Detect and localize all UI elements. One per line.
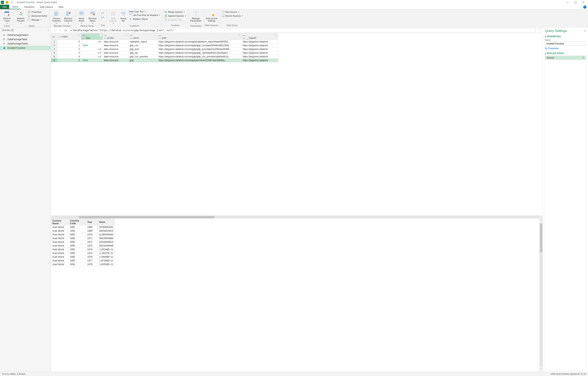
- row-number-cell[interactable]: 4: [51, 51, 57, 55]
- preview-column-header[interactable]: Country Name: [51, 219, 69, 225]
- vscroll-track[interactable]: [540, 223, 542, 367]
- preview-column-header[interactable]: Country Code: [69, 219, 86, 225]
- column-header-path[interactable]: ABC123path▾: [157, 33, 241, 40]
- query-name-input[interactable]: [545, 42, 586, 46]
- table-row[interactable]: 54nulldata-resourcegdp_csv_previewhttps:…: [51, 55, 278, 59]
- cell[interactable]: 2: [57, 47, 81, 51]
- row-number-cell[interactable]: 5: [51, 55, 57, 59]
- smiley-icon[interactable]: [5, 1, 9, 4]
- cell[interactable]: data-resource: [103, 55, 128, 59]
- vscroll-thumb[interactable]: [540, 223, 542, 252]
- cell[interactable]: gdp_csv_preview: [128, 55, 157, 59]
- preview-row[interactable]: Arab WorldARB197355018394946: [51, 244, 115, 248]
- query-item[interactable]: fxDataPackageHelper: [0, 33, 51, 37]
- row-number-cell[interactable]: 6: [51, 59, 57, 62]
- cell[interactable]: https://pkgstore.datahub.io/core/gdp/arc…: [157, 59, 241, 62]
- all-properties-link[interactable]: All Properties: [545, 47, 586, 50]
- preview-column-header[interactable]: Year: [86, 219, 98, 225]
- row-number-cell[interactable]: 2: [51, 44, 57, 47]
- preview-column-header[interactable]: Value: [98, 219, 115, 225]
- table-row[interactable]: 65Tabledata-resourcegdphttps://pkgstore.…: [51, 59, 278, 62]
- minimize-button[interactable]: [564, 0, 572, 5]
- cell[interactable]: https://pkgstore.datahub.io/core/gdp/gdp…: [157, 51, 241, 55]
- preview-row[interactable]: Arab WorldARB19751.16337E+11: [51, 251, 115, 255]
- cell[interactable]: https://pkgstore.datahub: [241, 51, 278, 55]
- cell[interactable]: null: [81, 51, 103, 55]
- cell[interactable]: https://pkgstore.datahub: [241, 44, 278, 47]
- append-queries-button[interactable]: Append Queries▾: [164, 14, 186, 18]
- recent-sources-button[interactable]: Recent Sources▾: [221, 14, 243, 18]
- preview-row[interactable]: Arab WorldARB196928434203615: [51, 229, 115, 233]
- row-number-cell[interactable]: 3: [51, 47, 57, 51]
- data-source-settings-button[interactable]: Data source settings: [206, 10, 218, 22]
- first-row-headers-button[interactable]: Use First Row as Headers▾: [128, 13, 160, 17]
- preview-row[interactable]: Arab WorldARB197136426909888: [51, 237, 115, 240]
- scroll-right-icon[interactable]: ›: [541, 216, 542, 219]
- new-source-button[interactable]: New Source▾: [221, 10, 243, 14]
- formula-expand-button[interactable]: ˅: [537, 28, 541, 32]
- cell[interactable]: https://pkgstore.datahub.io/core/gdp/val…: [157, 40, 241, 44]
- manage-button[interactable]: Manage▾: [27, 18, 48, 21]
- fx-icon[interactable]: ƒx: [64, 28, 68, 32]
- tab-file[interactable]: File: [0, 5, 9, 9]
- refresh-preview-button[interactable]: Refresh Preview▾: [15, 10, 26, 24]
- scroll-track[interactable]: [54, 216, 539, 218]
- preview-row[interactable]: Arab WorldARB197243316056615: [51, 240, 115, 244]
- cell[interactable]: https://pkgstore.datahub: [241, 55, 278, 59]
- column-header-index[interactable]: 1.2index▾: [57, 33, 81, 40]
- table-row[interactable]: 10nulldata-resourcevalidation_reporthttp…: [51, 40, 278, 44]
- query-item[interactable]: fxDataPackageTable: [0, 37, 51, 42]
- cell[interactable]: https://pkgstore.datahub.io/core/gdp/gdp…: [157, 55, 241, 59]
- cell[interactable]: data-resource: [103, 51, 128, 55]
- tab-home[interactable]: Home: [9, 5, 21, 9]
- preview-vscrollbar[interactable]: ˄ ˅: [539, 219, 543, 372]
- group-by-button[interactable]: Group By: [119, 10, 128, 22]
- cell[interactable]: data-resource: [103, 44, 128, 47]
- cell[interactable]: gdp: [128, 59, 157, 62]
- properties-button[interactable]: Properties: [27, 10, 48, 14]
- preview-row[interactable]: Arab WorldARB197031385499664: [51, 233, 115, 237]
- grid-hscrollbar[interactable]: ‹ ›: [51, 215, 543, 219]
- filter-dropdown-icon[interactable]: ▾: [154, 34, 157, 37]
- scroll-left-icon[interactable]: ‹: [52, 216, 53, 219]
- remove-columns-button[interactable]: Remove Columns▾: [63, 10, 74, 24]
- cell[interactable]: 0: [57, 40, 81, 44]
- cell[interactable]: https://pkgstore.datahub.io/core/gdp/gdp…: [157, 44, 241, 47]
- filter-dropdown-icon[interactable]: ▾: [78, 34, 81, 37]
- formula-input[interactable]: [69, 28, 536, 32]
- split-column-button[interactable]: Split Column▾: [108, 10, 118, 24]
- scroll-up-icon[interactable]: ˄: [541, 219, 542, 222]
- cell[interactable]: gdp_json: [128, 47, 157, 51]
- data-type-button[interactable]: Data Type: Any▾: [128, 10, 160, 13]
- cell[interactable]: validation_report: [128, 40, 157, 44]
- expand-column-icon[interactable]: ↔: [99, 34, 102, 37]
- cell[interactable]: gdp_csv: [128, 44, 157, 47]
- cell[interactable]: null: [81, 47, 103, 51]
- sort-desc-button[interactable]: ZA: [101, 15, 105, 19]
- preview-row[interactable]: Arab WorldARB19741.05146E+11: [51, 248, 115, 251]
- table-row[interactable]: 21Tabledata-resourcegdp_csvhttps://pkgst…: [51, 44, 278, 47]
- cell[interactable]: gdp_zip: [128, 51, 157, 55]
- close-window-button[interactable]: [579, 0, 587, 5]
- preview-row[interactable]: Arab WorldARB19771.67308E+11: [51, 259, 115, 263]
- tab-view[interactable]: View: [56, 5, 66, 9]
- collapse-ribbon-icon[interactable]: ˄: [580, 6, 581, 8]
- preview-row[interactable]: Arab WorldARB19761.44846E+11: [51, 255, 115, 259]
- preview-row[interactable]: Arab WorldARB196825760683041: [51, 225, 115, 229]
- choose-columns-button[interactable]: Choose Columns▾: [51, 10, 62, 24]
- cell[interactable]: data-resource: [103, 40, 128, 44]
- cell[interactable]: https://pkgstore.datahub: [241, 59, 278, 62]
- tab-add-column[interactable]: Add Column: [37, 5, 56, 9]
- remove-rows-button[interactable]: Remove Rows▾: [87, 10, 98, 24]
- column-header-data[interactable]: ABC123data↔: [81, 33, 103, 40]
- scroll-thumb[interactable]: [79, 216, 214, 218]
- manage-parameters-button[interactable]: () Manage Parameters▾: [190, 10, 202, 24]
- column-header-fullpath[interactable]: ABC123__fullpath▾: [241, 33, 278, 40]
- applied-step[interactable]: Source⚙: [545, 56, 586, 60]
- preview-row[interactable]: Arab WorldARB19781.83556E+11: [51, 263, 115, 266]
- filter-dropdown-icon[interactable]: ▾: [238, 34, 241, 37]
- close-pane-icon[interactable]: ✕: [584, 30, 586, 32]
- cell[interactable]: https://pkgstore.datahub: [241, 40, 278, 44]
- help-icon[interactable]: ?: [583, 5, 587, 9]
- filter-dropdown-icon[interactable]: ▾: [275, 34, 278, 37]
